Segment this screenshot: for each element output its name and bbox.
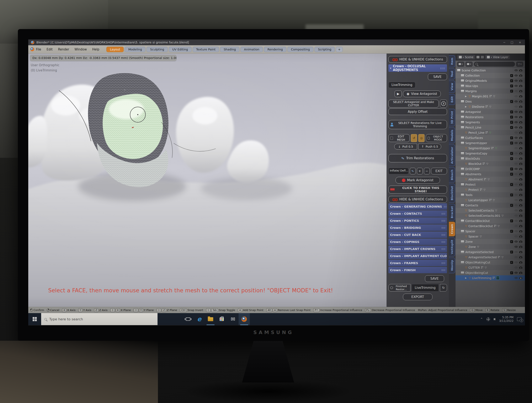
outliner-row[interactable]: ▶ ▽ LiveTrimming ▽ ✓	[456, 275, 525, 280]
crown-section-header[interactable]: Crown - PONTICS ::::	[388, 217, 447, 224]
checkbox-toggle[interactable]: ✓	[510, 152, 513, 155]
sidebar-category-tab[interactable]: Models	[449, 127, 455, 143]
workspace-tab[interactable]: Sculpting	[146, 47, 168, 52]
checkbox-toggle[interactable]: ✓	[510, 111, 513, 113]
sidebar-category-tab[interactable]: Edit	[449, 94, 455, 105]
help-button[interactable]: ?	[440, 100, 447, 108]
checkbox-toggle[interactable]: ✓	[510, 219, 513, 222]
outliner-row[interactable]: ▶ ▽ Protect ▽ ✓	[456, 187, 525, 192]
render-camera-toggle[interactable]	[519, 178, 522, 181]
filter-funnel-dropdown[interactable]: ▽▾	[516, 62, 523, 67]
workspace-tab[interactable]: Rendering	[264, 47, 286, 52]
outliner-row[interactable]: ▶ ▽ Margins ▽ ✓	[456, 88, 525, 94]
edit-mesh-button[interactable]: EDIT MESH	[388, 134, 410, 142]
menu-item[interactable]: Window	[75, 48, 87, 51]
outliner-row[interactable]: ▶ ▽ OriginalModels ▽ ✓	[456, 78, 525, 83]
plus-button[interactable]: +	[417, 168, 423, 174]
visibility-eye-toggle[interactable]	[514, 204, 518, 206]
render-camera-toggle[interactable]	[519, 147, 522, 149]
crown-section-header[interactable]: Crown - BRIDGING ::::	[388, 224, 447, 231]
render-camera-toggle[interactable]	[519, 137, 522, 139]
visibility-eye-toggle[interactable]	[514, 173, 518, 175]
visibility-eye-toggle[interactable]	[514, 209, 518, 211]
sidebar-category-tab[interactable]: Bracket	[449, 204, 455, 221]
checkbox-toggle[interactable]: ✓	[510, 157, 513, 160]
visibility-eye-toggle[interactable]	[514, 105, 518, 108]
refresh-button[interactable]: ↻	[440, 284, 447, 291]
disclosure-icon[interactable]: ▶	[465, 277, 467, 279]
outliner-row[interactable]: ▶ ▽ CutSurfaces ▽ ✓	[456, 135, 525, 140]
taskbar-search-input[interactable]: Type here to search	[41, 313, 158, 325]
outliner-row[interactable]: ▶ ▽ Spacer ▽ ✓	[456, 234, 525, 239]
visibility-eye-toggle[interactable]	[514, 74, 518, 77]
unlink-scene-button[interactable]	[481, 56, 484, 58]
checkbox-toggle[interactable]: ✓	[510, 230, 513, 233]
crown-section-header[interactable]: Crown - CONTACTS ::::	[388, 210, 447, 217]
visibility-eye-toggle[interactable]	[514, 189, 518, 191]
outliner-row[interactable]: ▶ ▽ Contacts ▽ ✓	[456, 203, 525, 208]
occlusal-adjustments-header[interactable]: ▾ Crown - OCCLUSAL ADJUSTMENTS ::::	[388, 64, 447, 72]
close-button[interactable]: ×	[519, 41, 521, 44]
mark-antagonist-button[interactable]: Mark Antagonist	[395, 177, 440, 184]
display-mode-dropdown[interactable]: ▾	[457, 62, 464, 67]
outliner-row[interactable]: ▶ ▽ SegmentsCopy ▽ ✓	[456, 151, 525, 156]
render-camera-toggle[interactable]	[519, 183, 522, 186]
panel-grip-icon[interactable]: ::::	[441, 240, 445, 243]
outliner-row[interactable]: ▶ ▽ ContactBlockOut ▽ ✓	[456, 223, 525, 229]
blender-menu-icon[interactable]	[30, 47, 34, 51]
livetrimming-field[interactable]: LiveTrimming	[412, 284, 439, 291]
visibility-eye-toggle[interactable]	[514, 261, 518, 263]
visibility-eye-toggle[interactable]	[514, 168, 518, 170]
render-camera-toggle[interactable]	[519, 235, 522, 238]
visibility-eye-toggle[interactable]	[514, 251, 518, 253]
sidebar-category-tab[interactable]: 3D Print	[449, 109, 455, 126]
outliner-row[interactable]: ▶ ▽ Restorations ▽ ✓	[456, 114, 525, 120]
workspace-tab[interactable]: Shading	[220, 47, 239, 52]
checkbox-toggle[interactable]: ✓	[510, 271, 513, 274]
visibility-eye-toggle[interactable]	[514, 266, 518, 269]
visibility-eye-toggle[interactable]	[514, 100, 518, 103]
inflate-deflate-toggle[interactable]: Inflate/ Defl...	[388, 168, 409, 174]
visibility-eye-toggle[interactable]	[514, 85, 518, 87]
visibility-eye-toggle[interactable]	[514, 240, 518, 243]
visibility-eye-toggle[interactable]	[514, 121, 518, 123]
outliner-row[interactable]: ▶ ▽ SelectedContacts.001 ▽ ✓	[456, 213, 525, 218]
outliner-row[interactable]: ▶ ▽ BlockOuts ▽ ✓	[456, 156, 525, 161]
render-camera-toggle[interactable]	[519, 173, 522, 175]
hide-unhide-button-2[interactable]: HIDE & UNHIDE Collections	[388, 196, 447, 203]
edge-button[interactable]: e	[194, 313, 205, 325]
visibility-eye-toggle[interactable]	[514, 69, 518, 71]
outliner-row[interactable]: ▶ ▽ BlockOut ▽ ✓	[456, 161, 525, 166]
outliner-row[interactable]: ▶ ▽ SelectedContacts ▽ ✓	[456, 208, 525, 213]
render-camera-toggle[interactable]	[519, 272, 522, 274]
push-button[interactable]: ↑Push 0.5	[418, 144, 441, 149]
visibility-eye-toggle[interactable]	[514, 95, 518, 97]
panel-grip-icon[interactable]: ::::	[441, 212, 445, 215]
outliner-row[interactable]: ▶ ▽ Spacer ▽ ✓	[456, 229, 525, 234]
visibility-eye-toggle[interactable]	[514, 178, 518, 180]
maximize-button[interactable]: □	[511, 41, 513, 44]
minimize-button[interactable]: ─	[504, 41, 505, 44]
sidebar-category-tab[interactable]: View	[449, 81, 455, 93]
render-camera-toggle[interactable]	[519, 152, 522, 155]
render-camera-toggle[interactable]	[519, 240, 522, 243]
visibility-eye-toggle[interactable]	[514, 131, 518, 134]
crown-section-header[interactable]: Crown - IMPLANT ABUTMENT CLOSURE ::::	[388, 253, 447, 259]
checkbox-toggle[interactable]: ✓	[510, 85, 513, 87]
panel-grip-icon[interactable]: ::::	[441, 262, 445, 265]
workspace-tab[interactable]: Texture Paint	[193, 47, 219, 52]
sidebar-category-tab[interactable]: WaxUp	[449, 258, 455, 273]
outliner-row[interactable]: ▶ ▽ AntagonistSelected ▽ ✓	[456, 249, 525, 254]
crown-section-header[interactable]: Crown - FINISH ::::	[388, 267, 447, 273]
view-layer-selector[interactable]: ▾ View Layer	[485, 55, 510, 59]
sidebar-category-tab[interactable]: Tool	[449, 68, 455, 80]
checkbox-toggle[interactable]: ✓	[510, 74, 513, 77]
workspace-tab[interactable]: Scripting	[314, 47, 335, 52]
visibility-eye-toggle[interactable]	[514, 199, 518, 201]
render-camera-toggle[interactable]	[519, 85, 522, 87]
visibility-eye-toggle[interactable]	[514, 126, 518, 129]
store-button[interactable]	[216, 313, 227, 325]
crown-section-header[interactable]: Crown - IMPLANT CROWNS ::::	[388, 246, 447, 252]
hide-unhide-button[interactable]: HIDE & UNHIDE Collections	[388, 56, 447, 63]
checkbox-toggle[interactable]: ✓	[510, 126, 513, 129]
